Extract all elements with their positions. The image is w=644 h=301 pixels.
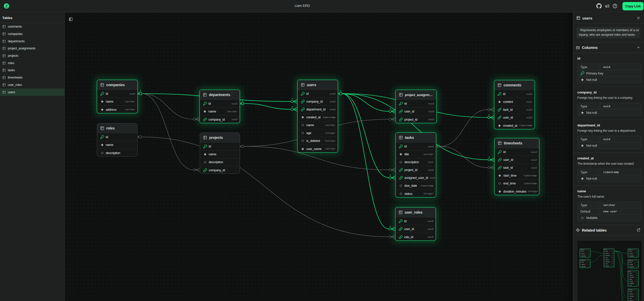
svg-text:n: n [390, 174, 391, 177]
svg-text:user_roles: user_roles [629, 249, 633, 250]
svg-text:n: n [389, 225, 391, 228]
svg-text:tasks: tasks [629, 271, 631, 272]
svg-text:project_assi: project_assi [629, 260, 633, 261]
svg-text:n: n [292, 106, 293, 108]
svg-text:1: 1 [140, 90, 141, 92]
svg-text:n: n [292, 98, 293, 100]
svg-text:n: n [488, 114, 490, 116]
svg-text:n: n [390, 108, 391, 110]
svg-text:1: 1 [340, 90, 341, 92]
svg-text:departments: departments [581, 260, 585, 261]
svg-text:users: users [605, 249, 607, 250]
svg-text:comments: comments [629, 289, 633, 290]
svg-text:1: 1 [242, 100, 243, 102]
svg-text:n: n [489, 156, 490, 159]
svg-text:companies: companies [581, 249, 585, 250]
